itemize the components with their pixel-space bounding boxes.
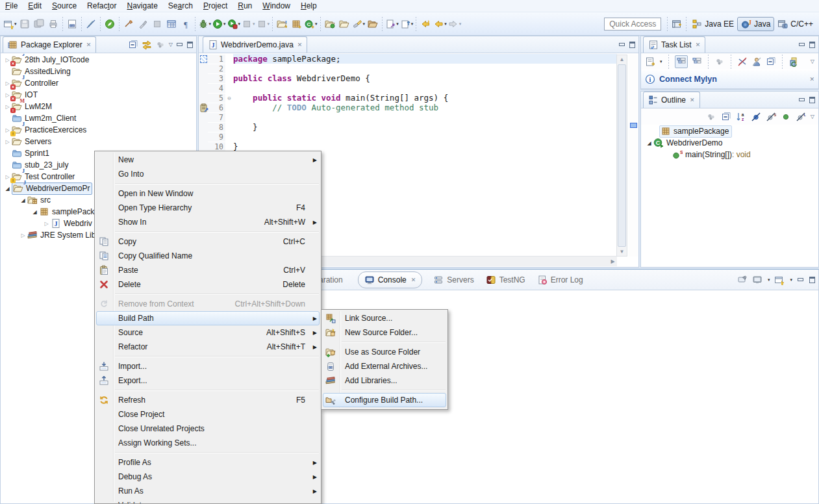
tree-item[interactable]: ▷J✕Controller — [1, 77, 196, 89]
menu-item-validate[interactable]: Validate — [95, 498, 321, 504]
editor-tab[interactable]: J WebdriverDemo.java ✕ — [203, 36, 307, 53]
menu-item-run-as[interactable]: Run As▶ — [95, 484, 321, 498]
menu-item-debug-as[interactable]: Debug As▶ — [95, 470, 321, 484]
forward-button[interactable]: ▾ — [448, 16, 462, 32]
scroll-right-icon[interactable]: ▶ — [609, 257, 617, 266]
new-java-project-button[interactable]: J — [275, 16, 288, 32]
task-list-tab[interactable]: Task List ✕ — [643, 36, 705, 53]
menu-item-open-in-new-window[interactable]: Open in New Window — [95, 186, 321, 201]
skip-button[interactable] — [151, 16, 164, 32]
last-edit-button[interactable]: ▾ — [385, 16, 399, 32]
collapse-all-button[interactable] — [128, 40, 138, 50]
menu-project[interactable]: Project — [198, 0, 233, 12]
dropdown-icon[interactable]: ▾ — [363, 21, 366, 27]
close-icon[interactable]: ✕ — [86, 42, 92, 48]
close-icon[interactable]: ✕ — [690, 97, 695, 103]
expand-arrow-icon[interactable]: ▷ — [3, 139, 12, 145]
hide-static-button[interactable]: S — [766, 112, 776, 122]
filter-completed-button[interactable] — [737, 57, 748, 67]
menu-item-import[interactable]: Import... — [95, 359, 321, 373]
new-task-button[interactable] — [645, 57, 655, 67]
outline-item[interactable]: samplePackage — [641, 125, 818, 137]
new-wizard-button[interactable]: ▾ — [3, 16, 17, 32]
navigate-up-button[interactable]: ▾ — [400, 16, 414, 32]
hide-local-types-button[interactable]: L — [796, 112, 806, 122]
overview-task-marker[interactable] — [630, 123, 637, 128]
perspective-java[interactable]: JJava — [737, 17, 774, 31]
minimize-icon[interactable] — [618, 42, 625, 48]
close-icon[interactable]: ✕ — [297, 42, 303, 48]
minimize-icon[interactable] — [798, 42, 805, 48]
open-type-button[interactable] — [366, 16, 379, 32]
view-menu-icon[interactable]: ▽ — [811, 114, 814, 120]
fold-minus-icon[interactable]: ⊖ — [225, 95, 233, 101]
spring-leaf-button[interactable] — [103, 16, 116, 32]
filter-person-button[interactable] — [751, 57, 762, 67]
menu-item-export[interactable]: Export... — [95, 373, 321, 388]
search-button[interactable]: ▾ — [352, 16, 366, 32]
menu-item-configure-build-path[interactable]: Configure Build Path... — [321, 393, 447, 407]
slash-edit-button[interactable] — [84, 16, 97, 32]
menu-item-copy-qualified-name[interactable]: Copy Qualified Name — [95, 249, 321, 263]
pin-console-button[interactable] — [737, 275, 748, 285]
expand-arrow-icon[interactable]: ▷ — [42, 221, 51, 227]
menu-file[interactable]: File — [0, 0, 23, 12]
open-console-button[interactable] — [774, 275, 785, 285]
link-with-editor-button[interactable] — [142, 40, 152, 50]
menu-run[interactable]: Run — [233, 0, 257, 12]
minimize-icon[interactable] — [797, 277, 804, 283]
maximize-icon[interactable] — [809, 97, 816, 103]
tab-servers[interactable]: Servers — [427, 272, 479, 288]
save-button[interactable] — [18, 16, 31, 32]
collapse-all-button[interactable] — [766, 57, 776, 67]
tree-item[interactable]: AssitedLiving — [1, 66, 196, 77]
overview-ruler[interactable] — [629, 55, 638, 257]
menu-item-link-source[interactable]: Link Source... — [321, 311, 447, 325]
close-icon[interactable]: ✕ — [809, 76, 814, 82]
menu-navigate[interactable]: Navigate — [121, 0, 162, 12]
maximize-icon[interactable] — [629, 42, 636, 48]
tree-item[interactable]: Lwm2m_Client — [1, 112, 196, 124]
expand-arrow-icon[interactable]: ◢ — [19, 197, 27, 203]
dropdown-icon[interactable]: ▾ — [411, 21, 414, 27]
new-class-button[interactable]: C▾ — [304, 16, 318, 32]
menu-item-add-libraries[interactable]: Add Libraries... — [321, 373, 447, 388]
menu-item-show-in[interactable]: Show InAlt+Shift+W▶ — [95, 215, 321, 229]
menu-item-source[interactable]: SourceAlt+Shift+S▶ — [95, 325, 321, 340]
dropdown-icon[interactable]: ▾ — [238, 21, 241, 27]
outline-item[interactable]: Smain(String[]) : void — [641, 149, 818, 160]
open-folder-button[interactable] — [338, 16, 351, 32]
tab-errorlog[interactable]: Error Log — [531, 272, 589, 288]
menu-item-assign-working-sets[interactable]: Assign Working Sets... — [95, 436, 321, 450]
dropdown-icon[interactable]: ▾ — [209, 21, 212, 27]
maximize-icon[interactable] — [809, 42, 816, 48]
menu-help[interactable]: Help — [296, 0, 322, 12]
menu-item-delete[interactable]: DeleteDelete — [95, 277, 321, 292]
run-button[interactable]: ▾ — [212, 16, 226, 32]
dropdown-icon[interactable]: ▾ — [444, 21, 447, 27]
menu-item-build-path[interactable]: Build Path▶ — [95, 311, 321, 325]
menu-item-new-source-folder[interactable]: New Source Folder... — [321, 325, 447, 340]
outline-item[interactable]: ◢CWebdriverDemo — [641, 137, 818, 149]
menu-item-close-unrelated-projects[interactable]: Close Unrelated Projects — [95, 422, 321, 436]
dropdown-icon[interactable]: ▾ — [768, 277, 770, 283]
outline-tab[interactable]: Outline ✕ — [643, 92, 700, 108]
open-perspective-button[interactable] — [670, 16, 683, 32]
new-package-button[interactable] — [290, 16, 303, 32]
dropdown-icon[interactable]: ▾ — [660, 59, 662, 64]
hide-fields-button[interactable] — [751, 112, 761, 122]
perspective-javaee[interactable]: Java EE — [688, 18, 737, 31]
focus-button[interactable] — [714, 57, 725, 67]
menu-refactor[interactable]: Refactor — [82, 0, 121, 12]
dropdown-icon[interactable]: ▾ — [14, 21, 17, 27]
tree-item[interactable]: ▷✕IOT — [1, 89, 196, 101]
expand-arrow-icon[interactable]: ◢ — [3, 186, 12, 192]
expand-arrow-icon[interactable]: ◢ — [31, 209, 39, 215]
menu-item-profile-as[interactable]: Profile As▶ — [95, 455, 321, 470]
view-menu-icon[interactable]: ▽ — [811, 58, 814, 64]
debug-button[interactable]: ▾ — [198, 16, 212, 32]
pilcrow-button[interactable]: ¶ — [179, 16, 192, 32]
close-icon[interactable]: ✕ — [411, 277, 416, 283]
quick-access-input[interactable]: Quick Access — [604, 18, 661, 31]
tree-item[interactable]: ▷J!PracticeExercices — [1, 124, 196, 136]
